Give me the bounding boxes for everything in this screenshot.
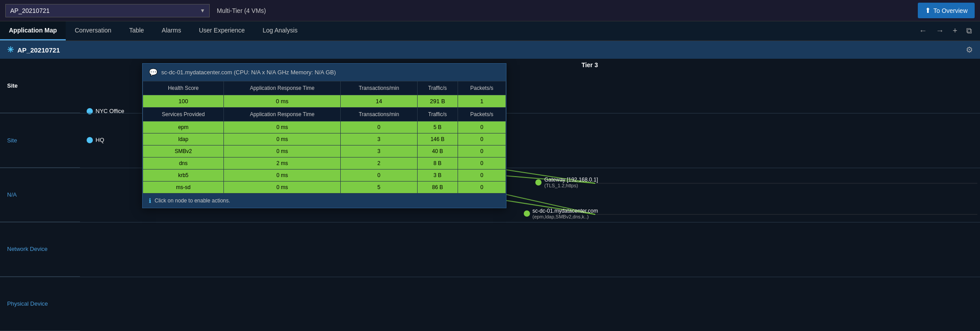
svc-ldap-traffic: 146 B (417, 133, 458, 145)
tab-user-experience[interactable]: User Experience (190, 21, 254, 40)
col-services-provided: Services Provided (143, 108, 224, 121)
svc-ldap-transactions: 3 (341, 133, 418, 145)
gateway-node[interactable]: Gateway [192.168.0.1] (TLS_1.2,https) (535, 177, 598, 188)
export-button[interactable]: ⧉ (964, 24, 975, 37)
app-name-bar: ✳ AP_20210721 ⚙ (0, 41, 980, 59)
sc-dc-01-label: sc-dc-01.mydatacenter.com (533, 208, 598, 214)
service-row-dns: dns 2 ms 2 8 B 0 (143, 157, 506, 170)
summary-row: 100 0 ms 14 291 B 1 (143, 95, 506, 108)
svc-dns-response: 2 ms (224, 157, 341, 170)
popup-table: Health Score Application Response Time T… (143, 81, 506, 194)
popup-table-wrapper[interactable]: Health Score Application Response Time T… (143, 81, 506, 194)
svc-smbv2-name: SMBv2 (143, 145, 224, 157)
summary-health-score: 100 (143, 95, 224, 108)
svc-smbv2-packets: 0 (458, 145, 506, 157)
service-row-epm: epm 0 ms 0 5 B 0 (143, 121, 506, 133)
svc-ms-sd-traffic: 86 B (417, 182, 458, 194)
svc-krb5-name: krb5 (143, 170, 224, 182)
to-overview-button[interactable]: ⬆ To Overview (918, 3, 975, 18)
main-content: Site Site N/A Network Device Physical De… (0, 59, 980, 331)
svc-epm-packets: 0 (458, 121, 506, 133)
svc-epm-response: 0 ms (224, 121, 341, 133)
sc-dc-01-node[interactable]: sc-dc-01.mydatacenter.com (epm,ldap,SMBv… (524, 208, 598, 219)
svc-krb5-response: 0 ms (224, 170, 341, 182)
svc-dns-transactions: 2 (341, 157, 418, 170)
col-transactions: Transactions/min (341, 81, 418, 95)
row-labels: Site Site N/A Network Device Physical De… (0, 59, 80, 331)
popup-column-headers: Health Score Application Response Time T… (143, 81, 506, 95)
device-dropdown-wrapper: AP_20210721 ▼ (5, 4, 210, 17)
summary-traffic: 291 B (417, 95, 458, 108)
svc-ldap-name: ldap (143, 133, 224, 145)
tab-alarms[interactable]: Alarms (153, 21, 190, 40)
gateway-label: Gateway [192.168.0.1] (544, 177, 598, 183)
multi-tier-label: Multi-Tier (4 VMs) (217, 7, 266, 14)
add-button[interactable]: + (950, 24, 960, 37)
tab-bar: Application Map Conversation Table Alarm… (0, 21, 980, 41)
service-row-ldap: ldap 0 ms 3 146 B 0 (143, 133, 506, 145)
popup-footer: ℹ Click on node to enable actions. (143, 194, 506, 208)
popup-header: 💬 sc-dc-01.mydatacenter.com (CPU: N/A x … (143, 64, 506, 81)
svc-krb5-packets: 0 (458, 170, 506, 182)
svc-ldap-response: 0 ms (224, 133, 341, 145)
svc-epm-traffic: 5 B (417, 121, 458, 133)
service-column-headers: Services Provided Application Response T… (143, 108, 506, 121)
sc-dc-01-sublabel: (epm,ldap,SMBv2,dns,k..) (533, 214, 598, 219)
forward-button[interactable]: → (933, 24, 946, 37)
service-row-krb5: krb5 0 ms 0 3 B 0 (143, 170, 506, 182)
svc-epm-transactions: 0 (341, 121, 418, 133)
row-label-site[interactable]: Site (0, 113, 80, 167)
settings-gear-button[interactable]: ⚙ (966, 45, 973, 55)
summary-packets: 1 (458, 95, 506, 108)
col-service-packets: Packets/s (458, 108, 506, 121)
svc-smbv2-response: 0 ms (224, 145, 341, 157)
col-app-response: Application Response Time (224, 81, 341, 95)
tab-bar-actions: ← → + ⧉ (911, 24, 980, 37)
info-icon: ℹ (149, 197, 151, 204)
col-packets: Packets/s (458, 81, 506, 95)
device-dropdown[interactable]: AP_20210721 (5, 4, 210, 17)
svc-smbv2-transactions: 3 (341, 145, 418, 157)
top-bar: AP_20210721 ▼ Multi-Tier (4 VMs) ⬆ To Ov… (0, 0, 980, 21)
server-icon: 💬 (149, 68, 158, 77)
service-row-smbv2: SMBv2 0 ms 3 40 B 0 (143, 145, 506, 157)
top-bar-left: AP_20210721 ▼ Multi-Tier (4 VMs) (5, 4, 266, 17)
col-service-response: Application Response Time (224, 108, 341, 121)
svc-dns-packets: 0 (458, 157, 506, 170)
svc-ms-sd-transactions: 5 (341, 182, 418, 194)
server-popup: 💬 sc-dc-01.mydatacenter.com (CPU: N/A x … (142, 63, 506, 208)
service-row-ms-sd: ms-sd 0 ms 5 86 B 0 (143, 182, 506, 194)
site-column-header: Site (0, 59, 80, 113)
tab-application-map[interactable]: Application Map (0, 21, 66, 40)
summary-response-time: 0 ms (224, 95, 341, 108)
svc-dns-traffic: 8 B (417, 157, 458, 170)
app-name: ✳ AP_20210721 (7, 45, 60, 55)
snowflake-icon: ✳ (7, 45, 14, 55)
gateway-dot (535, 179, 542, 186)
tab-conversation[interactable]: Conversation (66, 21, 120, 40)
hq-node[interactable]: HQ (87, 137, 104, 143)
svc-epm-name: epm (143, 121, 224, 133)
col-health-score: Health Score (143, 81, 224, 95)
svc-krb5-transactions: 0 (341, 170, 418, 182)
summary-transactions: 14 (341, 95, 418, 108)
row-label-physical-device[interactable]: Physical Device (0, 277, 80, 331)
tab-table[interactable]: Table (120, 21, 153, 40)
upload-icon: ⬆ (925, 6, 931, 15)
row-label-network-device[interactable]: Network Device (0, 222, 80, 276)
svc-ms-sd-packets: 0 (458, 182, 506, 194)
svc-ms-sd-response: 0 ms (224, 182, 341, 194)
col-traffic: Traffic/s (417, 81, 458, 95)
map-area: Site Site N/A Network Device Physical De… (0, 59, 980, 331)
row-label-na[interactable]: N/A (0, 168, 80, 222)
tab-bar-tabs: Application Map Conversation Table Alarm… (0, 21, 307, 40)
tab-log-analysis[interactable]: Log Analysis (254, 21, 307, 40)
svc-krb5-traffic: 3 B (417, 170, 458, 182)
svc-smbv2-traffic: 40 B (417, 145, 458, 157)
back-button[interactable]: ← (916, 24, 929, 37)
svc-ldap-packets: 0 (458, 133, 506, 145)
tier3-label: Tier 3 (582, 61, 598, 69)
top-bar-right: ⬆ To Overview (918, 3, 975, 18)
svc-dns-name: dns (143, 157, 224, 170)
col-service-transactions: Transactions/min (341, 108, 418, 121)
